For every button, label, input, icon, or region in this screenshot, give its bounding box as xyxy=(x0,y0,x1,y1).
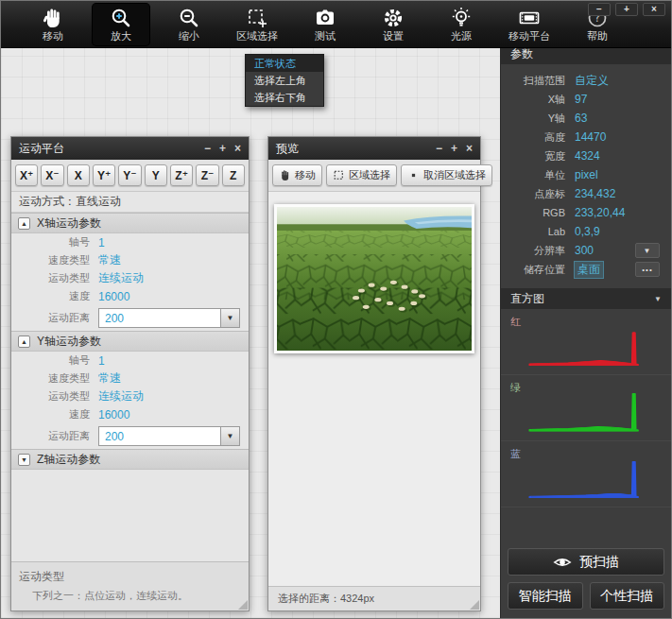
hand-icon xyxy=(42,7,64,29)
footer-description: 下列之一：点位运动，连续运动。 xyxy=(19,589,241,603)
preview-move-button[interactable]: 移动 xyxy=(272,164,322,186)
speed-type-value[interactable]: 常速 xyxy=(98,252,121,268)
status-text: 选择的距离：4324px xyxy=(278,592,374,606)
panel-close-button[interactable]: × xyxy=(234,143,241,154)
footer-title: 运动类型 xyxy=(19,569,241,585)
speed-value[interactable]: 16000 xyxy=(98,290,129,303)
speed-type-value[interactable]: 常速 xyxy=(98,370,121,387)
axis-jog-buttons: X⁺ X⁻ X Y⁺ Y⁻ Y Z⁺ Z⁻ Z xyxy=(11,160,249,192)
param-label: 单位 xyxy=(501,168,575,182)
collapse-toggle-icon[interactable]: ▲ xyxy=(18,217,30,230)
selection-distance-status: 选择的距离：4324px xyxy=(268,586,480,610)
menu-item-select-bottom-right[interactable]: 选择右下角 xyxy=(246,89,323,106)
green-histogram-curve xyxy=(512,390,660,436)
axis-number-value[interactable]: 1 xyxy=(98,354,105,368)
toolbar-label: 移动平台 xyxy=(508,31,550,42)
axis-button-y[interactable]: Y xyxy=(145,164,167,186)
panel-maximize-button[interactable]: + xyxy=(219,143,226,154)
resize-grip[interactable] xyxy=(470,600,479,610)
motion-platform-panel: 运动平台 − + × X⁺ X⁻ X Y⁺ Y⁻ Y Z⁺ Z⁻ Z 运动方式：… xyxy=(10,136,250,611)
toolbar-item-light[interactable]: 光源 xyxy=(432,3,491,46)
toolbar-item-platform[interactable]: 移动平台 xyxy=(500,3,559,46)
x-axis-section-header[interactable]: ▲ X轴运动参数 xyxy=(11,213,249,233)
blue-histogram-curve xyxy=(512,456,660,502)
smart-scan-button[interactable]: 智能扫描 xyxy=(508,582,583,610)
resize-grip[interactable] xyxy=(238,600,248,610)
toolbar-item-zoom-in[interactable]: 放大 xyxy=(92,3,150,46)
motion-type-value[interactable]: 连续运动 xyxy=(98,388,144,404)
field-label: 轴号 xyxy=(11,353,98,368)
toolbar-item-zoom-out[interactable]: 缩小 xyxy=(160,3,218,46)
collapse-toggle-icon[interactable]: ▼ xyxy=(18,454,30,466)
panel-minimize-button[interactable]: − xyxy=(436,143,442,154)
panel-minimize-button[interactable]: − xyxy=(204,143,211,154)
distance-dropdown[interactable]: 200 ▼ xyxy=(98,308,240,328)
x-axis-value[interactable]: 97 xyxy=(575,93,587,106)
chevron-down-icon[interactable]: ▼ xyxy=(220,309,239,327)
axis-button-y-minus[interactable]: Y⁻ xyxy=(118,164,141,186)
toolbar-label: 区域选择 xyxy=(236,31,278,42)
toolbar-item-move[interactable]: 移动 xyxy=(24,3,82,46)
y-axis-section-header[interactable]: ▲ Y轴运动参数 xyxy=(11,331,249,352)
axis-button-z-plus[interactable]: Z⁺ xyxy=(170,164,193,186)
axis-number-value[interactable]: 1 xyxy=(98,236,105,249)
preview-panel-titlebar: 预览 − + × xyxy=(268,137,480,160)
scan-range-value[interactable]: 自定义 xyxy=(575,73,609,89)
param-label: 高度 xyxy=(501,130,575,145)
histogram-green: 绿 xyxy=(501,375,671,441)
histogram-red: 红 xyxy=(501,309,671,375)
unit-value[interactable]: pixel xyxy=(575,168,598,181)
y-axis-value[interactable]: 63 xyxy=(575,112,587,125)
toolbar-label: 设置 xyxy=(383,31,404,42)
param-label: 宽度 xyxy=(501,149,575,163)
motion-type-value[interactable]: 连续运动 xyxy=(98,270,144,286)
distance-dropdown[interactable]: 200 ▼ xyxy=(98,426,240,446)
region-select-icon xyxy=(246,7,268,29)
motion-mode-line: 运动方式：直线运动 xyxy=(11,192,249,213)
toolbar-item-test[interactable]: 测试 xyxy=(296,3,354,46)
region-select-menu: 正常状态 选择左上角 选择右下角 xyxy=(245,54,324,107)
window-close-button[interactable]: × xyxy=(643,3,665,16)
panel-close-button[interactable]: × xyxy=(466,143,473,154)
collapse-toggle-icon[interactable]: ▲ xyxy=(18,335,30,348)
window-maximize-button[interactable]: + xyxy=(615,3,638,16)
chevron-down-icon[interactable]: ▼ xyxy=(220,427,239,445)
histogram-collapse-icon[interactable]: ▼ xyxy=(654,295,662,303)
axis-button-x-minus[interactable]: X⁻ xyxy=(41,164,63,186)
toolbar-label: 移动 xyxy=(43,31,63,42)
panel-maximize-button[interactable]: + xyxy=(451,143,457,154)
window-minimize-button[interactable]: − xyxy=(588,3,611,16)
width-value[interactable]: 4324 xyxy=(575,149,600,163)
preview-image[interactable] xyxy=(274,204,474,353)
preview-toolbar: 移动 区域选择 取消区域选择 xyxy=(268,160,480,192)
histogram-blue: 蓝 xyxy=(501,441,671,507)
speed-value[interactable]: 16000 xyxy=(98,408,129,421)
height-value[interactable]: 14470 xyxy=(575,130,606,144)
axis-button-x[interactable]: X xyxy=(67,164,90,186)
histogram-title: 直方图 xyxy=(510,291,544,307)
preview-cancel-region-button[interactable]: 取消区域选择 xyxy=(401,164,492,186)
field-label: 速度 xyxy=(11,407,98,421)
zoom-in-icon xyxy=(110,7,132,29)
z-axis-section-header[interactable]: ▼ Z轴运动参数 xyxy=(11,449,249,470)
resolution-value[interactable]: 300 xyxy=(575,244,594,257)
browse-more-button[interactable]: ••• xyxy=(635,262,660,277)
save-location-value[interactable]: 桌面 xyxy=(575,262,603,278)
y-axis-section-title: Y轴运动参数 xyxy=(37,334,101,350)
axis-button-x-plus[interactable]: X⁺ xyxy=(15,164,38,186)
toolbar-item-settings[interactable]: 设置 xyxy=(364,3,422,46)
menu-item-select-top-left[interactable]: 选择左上角 xyxy=(246,72,323,89)
menu-item-normal-state[interactable]: 正常状态 xyxy=(246,55,323,72)
resolution-dropdown-button[interactable]: ▼ xyxy=(635,243,660,258)
toolbar-label: 光源 xyxy=(451,31,472,42)
parameters-list: 扫描范围自定义 X轴97 Y轴63 高度14470 宽度4324 单位pixel… xyxy=(501,64,671,283)
preview-canvas[interactable] xyxy=(268,192,480,586)
preview-region-select-button[interactable]: 区域选择 xyxy=(326,164,397,186)
axis-button-z-minus[interactable]: Z⁻ xyxy=(196,164,218,186)
prescan-button[interactable]: 预扫描 xyxy=(508,548,664,576)
custom-scan-button[interactable]: 个性扫描 xyxy=(590,582,665,610)
axis-button-z[interactable]: Z xyxy=(222,164,245,186)
toolbar-item-region-select[interactable]: 区域选择 xyxy=(228,3,286,46)
axis-button-y-plus[interactable]: Y⁺ xyxy=(93,164,115,186)
camera-icon xyxy=(314,7,336,29)
